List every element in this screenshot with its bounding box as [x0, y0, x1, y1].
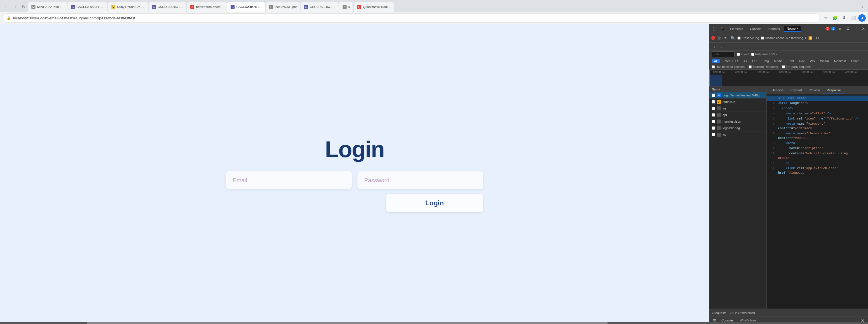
settings-network-button[interactable]: ⚙ — [814, 35, 821, 41]
request-item-6[interactable]: ws — [709, 132, 766, 138]
download-button[interactable]: ⬇ — [840, 14, 848, 22]
tab-2[interactable]: VRuby Round Cross... — [108, 2, 148, 12]
filter-button[interactable]: ≡ — [722, 35, 728, 41]
code-line-7[interactable]: 7 <meta name="theme-color" content="#000… — [767, 131, 868, 141]
blocked-requests-label[interactable]: Blocked Requests — [749, 65, 778, 68]
preserve-log-checkbox[interactable] — [737, 37, 741, 40]
request-checkbox-6[interactable] — [712, 133, 715, 136]
blocked-requests-checkbox[interactable] — [749, 65, 752, 68]
code-line-5[interactable]: 5 <link rel="icon" href="/favicon.ico" /… — [767, 116, 868, 121]
filter-media[interactable]: Media — [772, 59, 785, 63]
preserve-log-label[interactable]: Preserve log — [737, 36, 759, 40]
filter-img[interactable]: Img — [762, 59, 771, 63]
preview-tab[interactable]: Preview — [805, 87, 823, 94]
code-line-6[interactable]: 6 <meta name="viewport" content="width=d… — [767, 121, 868, 131]
extensions-button[interactable]: 🧩 — [831, 14, 839, 22]
tab-9[interactable]: QQuantitative Tradi... — [354, 2, 394, 12]
request-item-5[interactable]: logo192.png — [709, 125, 766, 132]
record-button[interactable] — [711, 36, 715, 40]
has-blocked-cookies-checkbox[interactable] — [712, 65, 715, 68]
payload-tab[interactable]: Payload — [787, 87, 805, 94]
request-item-3[interactable]: api — [709, 112, 766, 118]
device-toolbar-button[interactable]: 📱 — [719, 25, 726, 32]
request-item-0[interactable]: D Login?email=testtest%40gm... — [709, 92, 766, 99]
filter-manifest[interactable]: Manifest — [832, 59, 848, 63]
code-line-2[interactable]: 2 <html lang="en"> — [767, 101, 868, 106]
tab-1[interactable]: CCSCI-UA.0467 Fal... — [67, 2, 107, 12]
address-bar[interactable]: 🔒 localhost:3000/Login?email=testtest%40… — [2, 13, 820, 23]
vertical-dots-button[interactable]: ⋮ — [852, 25, 860, 32]
invert-label[interactable]: Invert — [737, 52, 749, 56]
code-line-8[interactable]: 8 <meta — [767, 141, 868, 146]
password-field[interactable] — [358, 171, 483, 189]
code-line-3[interactable]: 3 <head> — [767, 106, 868, 111]
line-content-2: <html lang="en"> — [778, 101, 808, 106]
tab-layout-button[interactable]: ⬜ — [849, 14, 857, 22]
code-line-1[interactable]: 1 <!DOCTYPE html> — [767, 96, 868, 101]
request-checkbox-0[interactable] — [712, 94, 715, 97]
filter-other[interactable]: Other — [848, 59, 861, 63]
back-button[interactable]: ← — [2, 3, 10, 11]
forward-button[interactable]: → — [11, 3, 19, 11]
code-line-12[interactable]: 12 <link rel="apple-touch-icon" href="/l… — [767, 166, 868, 175]
hide-data-urls-label[interactable]: Hide data URLs — [751, 52, 777, 56]
filter-css[interactable]: CSS — [750, 59, 761, 63]
tab-7[interactable]: CCSCI-UA.0467 -... — [301, 2, 339, 12]
download-har-button[interactable]: ↓ — [719, 44, 724, 49]
more-tools-button[interactable]: » — [837, 25, 843, 32]
more-tabs-button[interactable]: » — [859, 4, 866, 10]
filter-fetch-xhr[interactable]: Fetch/XHR — [720, 59, 740, 63]
bookmark-button[interactable]: ☆ — [822, 14, 830, 22]
request-checkbox-2[interactable] — [712, 107, 715, 110]
tab-6[interactable]: Llecture6-NE.pdf — [266, 2, 300, 12]
request-item-1[interactable]: J bundle.js — [709, 99, 766, 105]
filter-ws[interactable]: WS — [807, 59, 817, 63]
tab-active[interactable]: CCSCI-UA.0480 -... — [227, 2, 265, 12]
request-item-2[interactable]: ws — [709, 105, 766, 112]
inspect-element-button[interactable]: ⬚ — [711, 25, 718, 32]
request-item-4[interactable]: manifest.json — [709, 118, 766, 125]
stop-button[interactable]: ⊘ — [717, 36, 721, 40]
devtools-close-button[interactable]: ✕ — [861, 26, 866, 32]
email-field[interactable] — [226, 171, 352, 189]
filter-font[interactable]: Font — [785, 59, 796, 63]
profile-button[interactable]: J — [858, 14, 866, 22]
settings-button[interactable]: ⚙ — [844, 25, 851, 32]
headers-tab[interactable]: Headers — [768, 87, 787, 94]
filter-input[interactable] — [712, 51, 735, 57]
tab-0[interactable]: MMind 2022 PHIL-... — [28, 2, 67, 12]
request-checkbox-5[interactable] — [712, 127, 715, 130]
network-tab[interactable]: Network — [784, 26, 801, 32]
request-checkbox-3[interactable] — [712, 113, 715, 117]
response-more-button[interactable]: › — [844, 87, 848, 94]
request-checkbox-4[interactable] — [712, 120, 715, 123]
request-checkbox-1[interactable] — [712, 100, 715, 104]
reload-button[interactable]: ↻ — [20, 3, 27, 11]
console-tab[interactable]: Console — [747, 26, 764, 32]
login-button[interactable]: Login — [386, 194, 483, 212]
tab-3[interactable]: CCSCI-UA.0467 -... — [149, 2, 187, 12]
request-type-icon-2 — [717, 106, 721, 110]
response-tab[interactable]: Response — [823, 87, 844, 94]
third-party-requests-checkbox[interactable] — [782, 65, 785, 68]
filter-all[interactable]: All — [712, 59, 720, 63]
tab-8[interactable]: ss — [339, 2, 353, 12]
filter-wasm[interactable]: Wasm — [818, 59, 831, 63]
elements-tab[interactable]: Elements — [727, 26, 746, 32]
invert-checkbox[interactable] — [737, 53, 740, 56]
code-line-11[interactable]: 11 /> — [767, 160, 868, 166]
sources-tab[interactable]: Sources — [766, 26, 782, 32]
disable-cache-label[interactable]: Disable cache — [761, 36, 784, 40]
has-blocked-cookies-label[interactable]: Has blocked cookies — [712, 65, 745, 68]
code-line-4[interactable]: 4 <meta charset="utf-8" /> — [767, 111, 868, 116]
search-button[interactable]: 🔍 — [730, 35, 736, 41]
upload-button[interactable]: ↑ — [712, 44, 717, 49]
filter-doc[interactable]: Doc — [797, 59, 807, 63]
disable-cache-checkbox[interactable] — [761, 37, 764, 40]
hide-data-urls-checkbox[interactable] — [751, 53, 754, 56]
tab-4[interactable]: Ahttps://auth-onem... — [187, 2, 226, 12]
third-party-requests-label[interactable]: 3rd-party requests — [782, 65, 811, 68]
code-line-10[interactable]: 10 content="Web site created using creat… — [767, 151, 868, 160]
filter-js[interactable]: JS — [741, 59, 749, 63]
code-line-9[interactable]: 9 name="description" — [767, 146, 868, 151]
